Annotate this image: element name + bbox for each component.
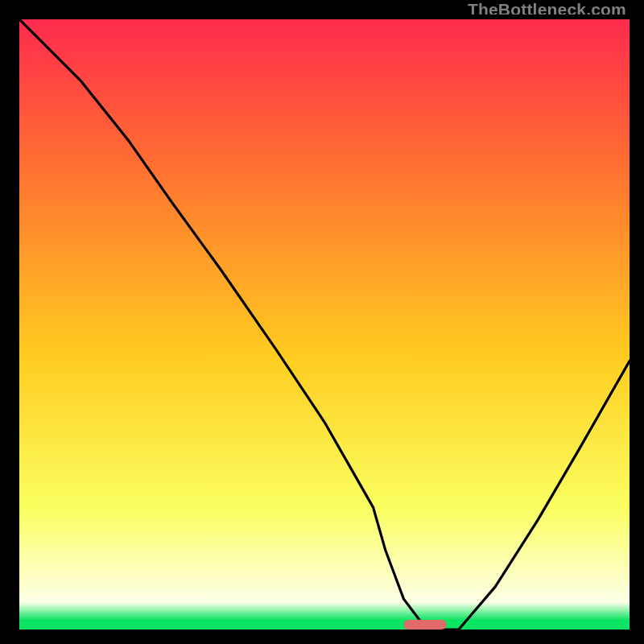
bottleneck-chart — [19, 19, 630, 630]
gradient-background — [19, 19, 630, 630]
chart-frame — [14, 14, 630, 630]
optimal-marker — [404, 620, 447, 630]
